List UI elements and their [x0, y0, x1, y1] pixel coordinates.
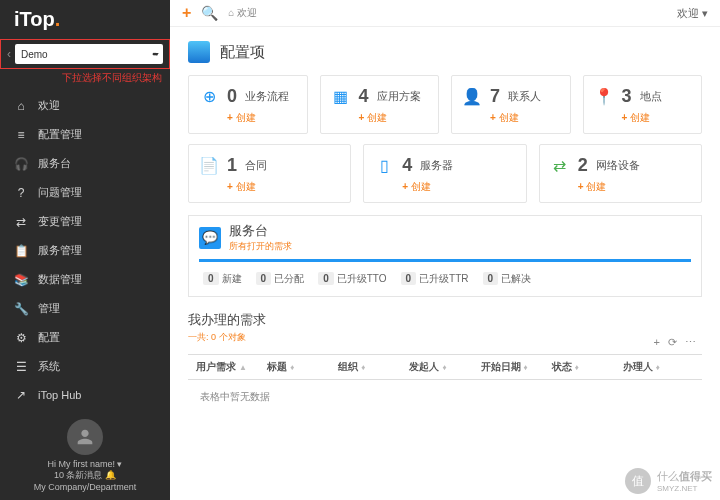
sidebar-item-label: 问题管理: [38, 185, 82, 200]
user-dept: My Company/Department: [4, 482, 166, 492]
card-count: 0: [227, 86, 237, 107]
kpi-card[interactable]: 📄1合同创建: [188, 144, 351, 203]
service-subtitle[interactable]: 所有打开的需求: [229, 240, 292, 253]
nav-menu: ⌂欢迎≡配置管理🎧服务台?问题管理⇄变更管理📋服务管理📚数据管理🔧管理⚙配置☰系…: [0, 91, 170, 407]
sidebar-item-7[interactable]: 🔧管理: [0, 294, 170, 323]
myreq-subtitle: 一共: 0 个对象: [188, 331, 702, 344]
service-desk-panel: 💬 服务台 所有打开的需求 0新建0已分配0已升级TTO0已升级TTR0已解决: [188, 215, 702, 297]
my-requests: 我办理的需求 一共: 0 个对象 + ⟳ ⋯ 用户需求 ▲标题 ♦组织 ♦发起人…: [188, 311, 702, 414]
clipboard-icon: 📋: [14, 244, 28, 258]
kpi-card[interactable]: ⊕0业务流程创建: [188, 75, 308, 134]
section-header-config: 配置项: [188, 41, 702, 63]
status-chips: 0新建0已分配0已升级TTO0已升级TTR0已解决: [189, 262, 701, 296]
card-icon: 📍: [594, 87, 614, 107]
col-header[interactable]: 发起人 ♦: [409, 360, 480, 374]
card-icon: ▦: [331, 87, 351, 107]
sidebar-item-label: 系统: [38, 359, 60, 374]
card-label: 合同: [245, 158, 267, 173]
card-icon: ⊕: [199, 87, 219, 107]
card-icon: ⇄: [550, 156, 570, 176]
main: + 🔍 ⌂ 欢迎 欢迎 ▾ 配置项 ⊕0业务流程创建▦4应用方案创建👤7联系人创…: [170, 0, 720, 500]
card-create-link[interactable]: 创建: [227, 111, 297, 125]
card-create-link[interactable]: 创建: [490, 111, 560, 125]
user-greeting[interactable]: Hi My first name! ▾: [4, 459, 166, 469]
collapse-icon[interactable]: ‹: [7, 47, 11, 61]
card-create-link[interactable]: 创建: [622, 111, 692, 125]
kpi-card[interactable]: 👤7联系人创建: [451, 75, 571, 134]
user-messages[interactable]: 10 条新消息 🔔: [4, 469, 166, 482]
card-icon: 👤: [462, 87, 482, 107]
refresh-icon[interactable]: ⟳: [668, 336, 677, 349]
sidebar-item-label: 管理: [38, 301, 60, 316]
col-header[interactable]: 开始日期 ♦: [481, 360, 552, 374]
status-chip[interactable]: 0已升级TTO: [318, 272, 386, 286]
card-count: 4: [359, 86, 369, 107]
db-icon: [188, 41, 210, 63]
table-header: 用户需求 ▲标题 ♦组织 ♦发起人 ♦开始日期 ♦状态 ♦办理人 ♦: [188, 354, 702, 380]
kpi-card[interactable]: ▯4服务器创建: [363, 144, 526, 203]
card-icon: ▯: [374, 156, 394, 176]
col-header[interactable]: 状态 ♦: [552, 360, 623, 374]
sidebar-item-1[interactable]: ≡配置管理: [0, 120, 170, 149]
wrench-icon: 🔧: [14, 302, 28, 316]
card-count: 3: [622, 86, 632, 107]
app-logo: iTop.: [0, 0, 170, 39]
db-icon: ≡: [14, 128, 28, 142]
card-create-link[interactable]: 创建: [578, 180, 691, 194]
breadcrumb[interactable]: ⌂ 欢迎: [228, 6, 257, 20]
kpi-card[interactable]: ▦4应用方案创建: [320, 75, 440, 134]
status-chip[interactable]: 0已解决: [483, 272, 532, 286]
sidebar: iTop. ‹ Demo ⦁⦁⦁▾ 下拉选择不同组织架构 ⌂欢迎≡配置管理🎧服务…: [0, 0, 170, 500]
kpi-card[interactable]: 📍3地点创建: [583, 75, 703, 134]
question-icon: ?: [14, 186, 28, 200]
service-title: 服务台: [229, 222, 292, 240]
sidebar-item-label: iTop Hub: [38, 389, 81, 401]
status-chip[interactable]: 0已升级TTR: [401, 272, 469, 286]
sliders-icon: ☰: [14, 360, 28, 374]
col-header[interactable]: 组织 ♦: [338, 360, 409, 374]
sidebar-item-label: 变更管理: [38, 214, 82, 229]
create-icon[interactable]: +: [182, 4, 191, 22]
watermark: 值 什么值得买SMYZ.NET: [625, 468, 712, 494]
sidebar-item-2[interactable]: 🎧服务台: [0, 149, 170, 178]
card-row-2: 📄1合同创建▯4服务器创建⇄2网络设备创建: [188, 144, 702, 203]
avatar[interactable]: [67, 419, 103, 455]
user-menu[interactable]: 欢迎 ▾: [677, 6, 708, 21]
sidebar-item-5[interactable]: 📋服务管理: [0, 236, 170, 265]
headset-icon: 🎧: [14, 157, 28, 171]
more-icon[interactable]: ⋯: [685, 336, 696, 349]
chat-icon: 💬: [199, 227, 221, 249]
myreq-title: 我办理的需求: [188, 311, 702, 329]
card-label: 联系人: [508, 89, 541, 104]
sidebar-item-label: 数据管理: [38, 272, 82, 287]
sidebar-item-3[interactable]: ?问题管理: [0, 178, 170, 207]
col-header[interactable]: 标题 ♦: [267, 360, 338, 374]
add-icon[interactable]: +: [654, 336, 660, 349]
card-count: 7: [490, 86, 500, 107]
book-icon: 📚: [14, 273, 28, 287]
status-chip[interactable]: 0已分配: [256, 272, 305, 286]
search-icon[interactable]: 🔍: [201, 5, 218, 21]
status-chip[interactable]: 0新建: [203, 272, 242, 286]
sidebar-item-9[interactable]: ☰系统: [0, 352, 170, 381]
card-create-link[interactable]: 创建: [227, 180, 340, 194]
sidebar-item-4[interactable]: ⇄变更管理: [0, 207, 170, 236]
col-header[interactable]: 办理人 ♦: [623, 360, 694, 374]
col-header[interactable]: 用户需求 ▲: [196, 360, 267, 374]
kpi-card[interactable]: ⇄2网络设备创建: [539, 144, 702, 203]
card-create-link[interactable]: 创建: [359, 111, 429, 125]
home-icon: ⌂: [14, 99, 28, 113]
sidebar-item-label: 服务管理: [38, 243, 82, 258]
card-label: 地点: [640, 89, 662, 104]
sidebar-item-6[interactable]: 📚数据管理: [0, 265, 170, 294]
org-selector-row: ‹ Demo ⦁⦁⦁▾: [0, 39, 170, 69]
sidebar-item-0[interactable]: ⌂欢迎: [0, 91, 170, 120]
table-empty: 表格中暂无数据: [188, 380, 702, 414]
sidebar-item-8[interactable]: ⚙配置: [0, 323, 170, 352]
gear-icon: ⚙: [14, 331, 28, 345]
sidebar-item-label: 服务台: [38, 156, 71, 171]
card-count: 4: [402, 155, 412, 176]
card-create-link[interactable]: 创建: [402, 180, 515, 194]
org-dropdown[interactable]: Demo ⦁⦁⦁▾: [15, 44, 163, 64]
sidebar-item-10[interactable]: ↗iTop Hub: [0, 381, 170, 407]
